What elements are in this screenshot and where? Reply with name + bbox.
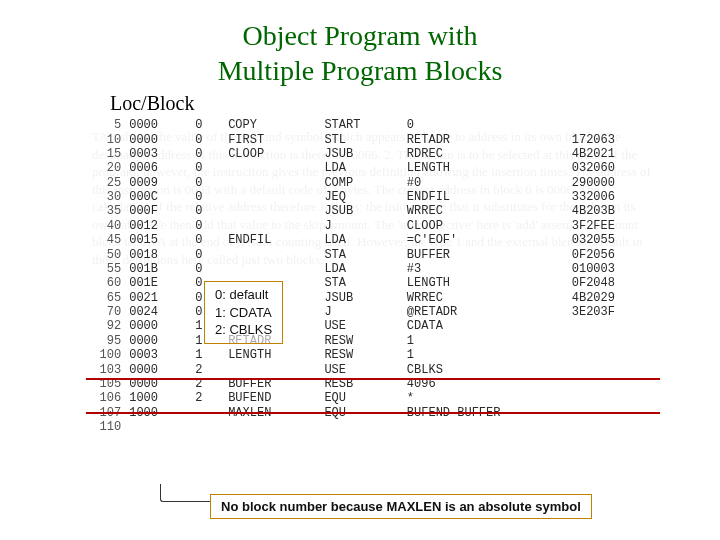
- operand: #3: [403, 262, 568, 276]
- opcode: USE: [320, 319, 402, 333]
- table-row: 9500001RETADRRESW1: [84, 334, 664, 348]
- operand: WRREC: [403, 204, 568, 218]
- operand: CBLKS: [403, 362, 568, 376]
- opcode: RESW: [320, 348, 402, 362]
- opcode: COMP: [320, 176, 402, 190]
- object-code: 4B203B: [568, 204, 664, 218]
- operand: @RETADR: [403, 305, 568, 319]
- object-code: [568, 334, 664, 348]
- object-code: [568, 391, 664, 405]
- object-code: [568, 348, 664, 362]
- operand: ENDFIL: [403, 190, 568, 204]
- operand: RETADR: [403, 132, 568, 146]
- label: [224, 247, 320, 261]
- block: 2: [191, 362, 224, 376]
- table-row: 4000120JCLOOP3F2FEE: [84, 219, 664, 233]
- title-line1: Object Program with: [243, 20, 478, 51]
- table-row: 9200001USECDATA: [84, 319, 664, 333]
- object-code: 290000: [568, 176, 664, 190]
- object-code: 0F2056: [568, 247, 664, 261]
- block: 0: [191, 233, 224, 247]
- table-row: 5000180STABUFFER0F2056: [84, 247, 664, 261]
- assembly-listing: 500000COPYSTART01000000FIRSTSTLRETADR172…: [84, 118, 664, 434]
- object-code: 032055: [568, 233, 664, 247]
- line-number: 10: [84, 132, 125, 146]
- table-row: 35000F0JSUBWRREC4B203B: [84, 204, 664, 218]
- highlight-rule-top: [86, 378, 660, 380]
- opcode: START: [320, 118, 402, 132]
- table-row: 30000C0JEQENDFIL332006: [84, 190, 664, 204]
- object-code: [568, 118, 664, 132]
- opcode: JEQ: [320, 190, 402, 204]
- loc: 0000: [125, 334, 191, 348]
- opcode: LDA: [320, 262, 402, 276]
- line-number: 5: [84, 118, 125, 132]
- operand: =C'EOF': [403, 233, 568, 247]
- key-line-2: 2: CBLKS: [215, 321, 272, 339]
- label: BUFEND: [224, 391, 320, 405]
- table-row: 110: [84, 420, 664, 434]
- loc: 0006: [125, 161, 191, 175]
- line-number: 65: [84, 291, 125, 305]
- object-code: 332006: [568, 190, 664, 204]
- line-number: 30: [84, 190, 125, 204]
- label: [224, 219, 320, 233]
- loc: 1000: [125, 391, 191, 405]
- line-number: 25: [84, 176, 125, 190]
- loc: [125, 420, 191, 434]
- key-line-1: 1: CDATA: [215, 304, 272, 322]
- line-number: 95: [84, 334, 125, 348]
- loc: 001E: [125, 276, 191, 290]
- table-row: 6500210JSUBWRREC4B2029: [84, 291, 664, 305]
- line-number: 103: [84, 362, 125, 376]
- opcode: STA: [320, 276, 402, 290]
- block: 0: [191, 204, 224, 218]
- operand: LENGTH: [403, 161, 568, 175]
- block: 2: [191, 391, 224, 405]
- line-number: 110: [84, 420, 125, 434]
- loc: 0012: [125, 219, 191, 233]
- table-row: 1500030CLOOPJSUBRDREC4B2021: [84, 147, 664, 161]
- opcode: LDA: [320, 161, 402, 175]
- key-line-0: 0: default: [215, 286, 272, 304]
- line-number: 40: [84, 219, 125, 233]
- loc: 0003: [125, 348, 191, 362]
- operand: 1: [403, 348, 568, 362]
- object-code: 4B2021: [568, 147, 664, 161]
- block: 0: [191, 190, 224, 204]
- loc: 0015: [125, 233, 191, 247]
- operand: CDATA: [403, 319, 568, 333]
- table-row: 1000000FIRSTSTLRETADR172063: [84, 132, 664, 146]
- object-code: 4B2029: [568, 291, 664, 305]
- opcode: STL: [320, 132, 402, 146]
- table-row: 60001E0STALENGTH0F2048: [84, 276, 664, 290]
- maxlen-note-box: No block number because MAXLEN is an abs…: [210, 494, 592, 519]
- table-row: 500000COPYSTART0: [84, 118, 664, 132]
- line-number: 50: [84, 247, 125, 261]
- object-code: 010003: [568, 262, 664, 276]
- object-code: 3E203F: [568, 305, 664, 319]
- label: [224, 190, 320, 204]
- object-code: [568, 362, 664, 376]
- loc: 000C: [125, 190, 191, 204]
- label: FIRST: [224, 132, 320, 146]
- table-row: 2500090COMP#0290000: [84, 176, 664, 190]
- label: [224, 262, 320, 276]
- line-number: 100: [84, 348, 125, 362]
- operand: 1: [403, 334, 568, 348]
- loc: 0024: [125, 305, 191, 319]
- opcode: EQU: [320, 391, 402, 405]
- loc: 0000: [125, 132, 191, 146]
- label: ENDFIL: [224, 233, 320, 247]
- operand: RDREC: [403, 147, 568, 161]
- opcode: [320, 420, 402, 434]
- block: 0: [191, 118, 224, 132]
- block: 1: [191, 348, 224, 362]
- loc: 001B: [125, 262, 191, 276]
- object-code: 032060: [568, 161, 664, 175]
- line-number: 70: [84, 305, 125, 319]
- table-row: 4500150ENDFILLDA=C'EOF'032055: [84, 233, 664, 247]
- operand: 0: [403, 118, 568, 132]
- line-number: 60: [84, 276, 125, 290]
- block: 0: [191, 132, 224, 146]
